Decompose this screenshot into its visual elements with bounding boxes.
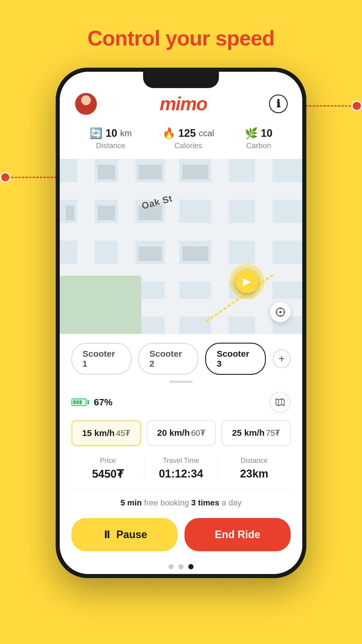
tab-scooter3[interactable]: Scooter 3 bbox=[205, 343, 266, 375]
marker-pulse: ▶ bbox=[229, 264, 264, 299]
battery-icon bbox=[71, 398, 89, 406]
calories-icon: 🔥 bbox=[162, 127, 175, 139]
location-marker: ▶ bbox=[229, 264, 264, 299]
distance-unit: km bbox=[120, 128, 132, 138]
bottom-sheet: 67% 15 km/h 45₮ 20 km/h bbox=[60, 381, 302, 574]
app-logo: mimo bbox=[160, 93, 207, 115]
trip-price: Price 5450₮ bbox=[71, 456, 145, 480]
speed-2-value: 20 km/h bbox=[157, 428, 190, 438]
deco-left bbox=[0, 172, 60, 183]
deco-right bbox=[302, 101, 362, 111]
speed-2-price: 60₮ bbox=[191, 428, 205, 438]
map-area[interactable]: Oak St ▶ bbox=[60, 159, 302, 334]
action-buttons: ⏸ Pause End Ride bbox=[71, 518, 291, 551]
pause-button[interactable]: ⏸ Pause bbox=[71, 518, 178, 551]
phone-inner: mimo ℹ 🔄 10 km Distance 🔥 125 ccal bbox=[60, 72, 302, 574]
distance-value: 10 bbox=[106, 127, 117, 139]
dot-2 bbox=[178, 564, 184, 569]
battery-percentage: 67% bbox=[94, 397, 113, 408]
svg-rect-3 bbox=[79, 106, 93, 115]
battery-row: 67% bbox=[71, 392, 291, 413]
calories-label: Calories bbox=[174, 141, 202, 150]
speed-1-value: 15 km/h bbox=[82, 428, 115, 438]
trip-time: Travel Time 01:12:34 bbox=[145, 456, 218, 480]
title-highlight: speed bbox=[215, 27, 275, 50]
trip-distance: Distance 23km bbox=[218, 456, 291, 480]
carbon-value: 10 bbox=[261, 127, 273, 139]
booking-duration: 5 min bbox=[120, 498, 142, 507]
phone-notch bbox=[143, 72, 219, 88]
stat-distance: 🔄 10 km Distance bbox=[89, 127, 132, 150]
map-toggle-button[interactable] bbox=[270, 392, 291, 413]
booking-text: free booking bbox=[142, 498, 191, 507]
trip-time-label: Travel Time bbox=[163, 456, 199, 465]
booking-count: 3 times bbox=[191, 498, 219, 507]
calories-unit: ccal bbox=[199, 128, 214, 138]
avatar[interactable] bbox=[74, 92, 98, 116]
page-title: Control your speed bbox=[87, 26, 275, 50]
trip-time-value: 01:12:34 bbox=[159, 468, 203, 480]
map-grid bbox=[60, 159, 302, 334]
pause-label: Pause bbox=[116, 528, 147, 541]
booking-suffix: a day bbox=[219, 498, 242, 507]
info-button[interactable]: ℹ bbox=[269, 94, 288, 113]
trip-price-value: 5450₮ bbox=[92, 468, 124, 480]
tab-scooter1[interactable]: Scooter 1 bbox=[71, 343, 131, 374]
svg-point-5 bbox=[279, 311, 282, 313]
stat-carbon: 🌿 10 Carbon bbox=[245, 127, 273, 150]
speed-option-2[interactable]: 20 km/h 60₮ bbox=[147, 420, 216, 446]
trip-distance-label: Distance bbox=[240, 456, 268, 465]
calories-value: 125 bbox=[178, 127, 196, 139]
booking-note: 5 min free booking 3 times a day bbox=[71, 498, 291, 508]
map-park bbox=[60, 276, 141, 334]
end-ride-button[interactable]: End Ride bbox=[184, 518, 291, 551]
speed-options: 15 km/h 45₮ 20 km/h 60₮ 25 km/h 75₮ bbox=[71, 420, 291, 446]
sheet-handle bbox=[169, 381, 193, 383]
info-icon: ℹ bbox=[276, 98, 280, 110]
dot-1 bbox=[168, 564, 174, 569]
carbon-icon: 🌿 bbox=[245, 127, 258, 139]
page-dots bbox=[71, 560, 291, 574]
distance-label: Distance bbox=[96, 141, 125, 150]
speed-1-price: 45₮ bbox=[116, 429, 130, 438]
trip-info: Price 5450₮ Travel Time 01:12:34 Distanc… bbox=[71, 456, 291, 489]
scooter-tabs: Scooter 1 Scooter 2 Scooter 3 + bbox=[60, 334, 302, 381]
speed-option-1[interactable]: 15 km/h 45₮ bbox=[71, 420, 141, 446]
speed-3-price: 75₮ bbox=[266, 428, 280, 438]
speed-option-3[interactable]: 25 km/h 75₮ bbox=[222, 420, 291, 446]
pause-icon: ⏸ bbox=[102, 528, 112, 541]
stats-bar: 🔄 10 km Distance 🔥 125 ccal Calories 🌿 1… bbox=[60, 121, 302, 159]
marker-inner: ▶ bbox=[235, 270, 259, 293]
navigation-icon: ▶ bbox=[243, 275, 251, 288]
tab-scooter2[interactable]: Scooter 2 bbox=[138, 343, 198, 374]
battery-info: 67% bbox=[71, 397, 113, 408]
trip-distance-value: 23km bbox=[240, 468, 268, 480]
stat-calories: 🔥 125 ccal Calories bbox=[162, 127, 214, 150]
svg-point-1 bbox=[81, 95, 91, 105]
title-prefix: Control your bbox=[87, 27, 215, 50]
phone-mockup: mimo ℹ 🔄 10 km Distance 🔥 125 ccal bbox=[56, 68, 306, 578]
carbon-label: Carbon bbox=[246, 141, 271, 150]
gps-button[interactable] bbox=[270, 302, 291, 322]
add-scooter-button[interactable]: + bbox=[273, 349, 291, 368]
distance-icon: 🔄 bbox=[89, 127, 103, 139]
speed-3-value: 25 km/h bbox=[232, 428, 265, 438]
dot-3 bbox=[188, 564, 194, 569]
trip-price-label: Price bbox=[100, 456, 116, 465]
